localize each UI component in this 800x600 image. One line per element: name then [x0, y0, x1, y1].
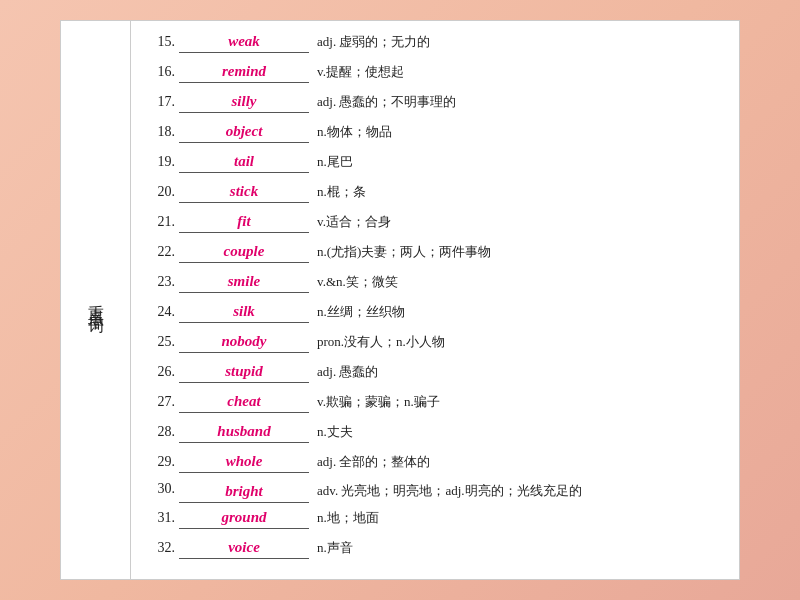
definition: adv. 光亮地；明亮地；adj.明亮的；光线充足的 [317, 481, 727, 501]
word: silk [179, 301, 309, 323]
definition: adj. 愚蠢的 [317, 362, 727, 382]
definition: n.地；地面 [317, 508, 727, 528]
row-number: 31. [143, 510, 179, 526]
row-number: 25. [143, 334, 179, 350]
word: voice [179, 537, 309, 559]
word: bright [179, 481, 309, 503]
table-row: 20. stick n.棍；条 [143, 179, 727, 209]
row-number: 30. [143, 481, 179, 497]
sidebar: 重点单词 [61, 21, 131, 579]
table-row: 24. silk n.丝绸；丝织物 [143, 299, 727, 329]
row-number: 17. [143, 94, 179, 110]
word-list: 15. weak adj. 虚弱的；无力的 16. remind v.提醒；使想… [131, 21, 739, 579]
definition: adj. 虚弱的；无力的 [317, 32, 727, 52]
row-number: 28. [143, 424, 179, 440]
word: couple [179, 241, 309, 263]
table-row: 21. fit v.适合；合身 [143, 209, 727, 239]
table-row: 30. bright adv. 光亮地；明亮地；adj.明亮的；光线充足的 [143, 479, 727, 505]
table-row: 28. husband n.丈夫 [143, 419, 727, 449]
sidebar-label: 重点单词 [85, 292, 106, 308]
table-row: 16. remind v.提醒；使想起 [143, 59, 727, 89]
table-row: 22. couple n.(尤指)夫妻；两人；两件事物 [143, 239, 727, 269]
word: ground [179, 507, 309, 529]
definition: n.尾巴 [317, 152, 727, 172]
definition: n.丈夫 [317, 422, 727, 442]
table-row: 25. nobody pron.没有人；n.小人物 [143, 329, 727, 359]
definition: v.适合；合身 [317, 212, 727, 232]
definition: pron.没有人；n.小人物 [317, 332, 727, 352]
row-number: 24. [143, 304, 179, 320]
row-number: 18. [143, 124, 179, 140]
row-number: 22. [143, 244, 179, 260]
word: fit [179, 211, 309, 233]
word: stupid [179, 361, 309, 383]
word: remind [179, 61, 309, 83]
row-number: 19. [143, 154, 179, 170]
word: cheat [179, 391, 309, 413]
table-row: 18. object n.物体；物品 [143, 119, 727, 149]
definition: adj. 愚蠢的；不明事理的 [317, 92, 727, 112]
definition: v.提醒；使想起 [317, 62, 727, 82]
word: husband [179, 421, 309, 443]
definition: v.&n.笑；微笑 [317, 272, 727, 292]
row-number: 27. [143, 394, 179, 410]
table-row: 19. tail n.尾巴 [143, 149, 727, 179]
definition: v.欺骗；蒙骗；n.骗子 [317, 392, 727, 412]
word: silly [179, 91, 309, 113]
main-card: 重点单词 15. weak adj. 虚弱的；无力的 16. remind v.… [60, 20, 740, 580]
table-row: 15. weak adj. 虚弱的；无力的 [143, 29, 727, 59]
row-number: 20. [143, 184, 179, 200]
table-row: 26. stupid adj. 愚蠢的 [143, 359, 727, 389]
definition: n.丝绸；丝织物 [317, 302, 727, 322]
word: smile [179, 271, 309, 293]
word: nobody [179, 331, 309, 353]
word: tail [179, 151, 309, 173]
row-number: 15. [143, 34, 179, 50]
word: weak [179, 31, 309, 53]
table-row: 32. voice n.声音 [143, 535, 727, 565]
word: object [179, 121, 309, 143]
row-number: 16. [143, 64, 179, 80]
definition: n.声音 [317, 538, 727, 558]
word: whole [179, 451, 309, 473]
table-row: 27. cheat v.欺骗；蒙骗；n.骗子 [143, 389, 727, 419]
row-number: 26. [143, 364, 179, 380]
row-number: 23. [143, 274, 179, 290]
row-number: 21. [143, 214, 179, 230]
definition: n.物体；物品 [317, 122, 727, 142]
row-number: 29. [143, 454, 179, 470]
table-row: 29. whole adj. 全部的；整体的 [143, 449, 727, 479]
table-row: 23. smile v.&n.笑；微笑 [143, 269, 727, 299]
table-row: 17. silly adj. 愚蠢的；不明事理的 [143, 89, 727, 119]
table-row: 31. ground n.地；地面 [143, 505, 727, 535]
definition: adj. 全部的；整体的 [317, 452, 727, 472]
definition: n.(尤指)夫妻；两人；两件事物 [317, 242, 727, 262]
definition: n.棍；条 [317, 182, 727, 202]
row-number: 32. [143, 540, 179, 556]
word: stick [179, 181, 309, 203]
